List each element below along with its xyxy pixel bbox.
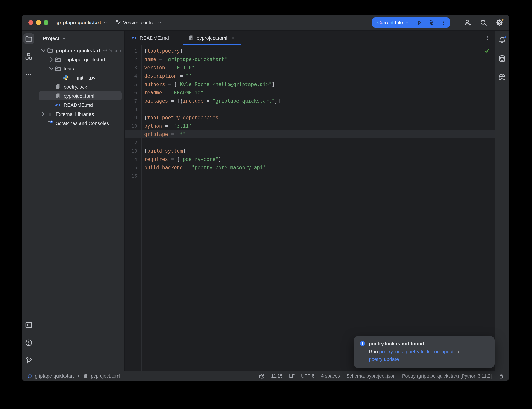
code-line-5[interactable]: 5authors = ["Kyle Roche <hello@griptape.… <box>125 80 495 88</box>
add-user-button[interactable] <box>464 19 471 26</box>
window-controls <box>28 20 48 25</box>
run-widget[interactable]: Current File <box>372 18 450 28</box>
terminal-tool-button[interactable] <box>23 320 34 330</box>
code-line-1[interactable]: 1[tool.poetry] <box>125 46 495 55</box>
chevron-right-icon <box>48 55 55 64</box>
line-number: 14 <box>125 156 137 162</box>
settings-button[interactable] <box>496 19 503 26</box>
editor-column: MREADME.md[T]pyproject.toml 1[tool.poetr… <box>125 31 495 371</box>
line-number: 10 <box>125 123 137 129</box>
tree-item-griptape-quickstart[interactable]: griptape_quickstart <box>39 55 121 64</box>
tree-item-tests[interactable]: tests <box>39 64 121 73</box>
file-encoding[interactable]: UTF-8 <box>301 373 314 379</box>
notification-action-link[interactable]: poetry lock --no-update <box>406 349 456 354</box>
markdown-icon: M <box>55 102 61 108</box>
code-line-3[interactable]: 3version = "0.1.0" <box>125 63 495 72</box>
svg-text:[T]: [T] <box>57 86 61 89</box>
project-panel-title: Project <box>43 35 59 41</box>
copilot-icon <box>259 373 265 379</box>
line-separator[interactable]: LF <box>289 373 294 379</box>
version-control-tool-button[interactable] <box>23 355 34 366</box>
code-line-16[interactable]: 16 <box>125 172 495 180</box>
structure-tool-button[interactable] <box>23 51 34 62</box>
svg-text:[T]: [T] <box>57 95 61 98</box>
tree-item-griptape-quickstart[interactable]: griptape-quickstart~/Docume <box>39 46 121 55</box>
search-everywhere-button[interactable] <box>480 19 487 26</box>
code-line-14[interactable]: 14requires = ["poetry-core"] <box>125 155 495 163</box>
line-number: 9 <box>125 115 137 120</box>
left-activity-bar <box>22 31 36 371</box>
database-tool-button[interactable] <box>497 53 507 64</box>
breadcrumb-project[interactable]: griptape-quickstart <box>35 373 74 379</box>
vcs-label: Version control <box>123 20 156 25</box>
code-line-13[interactable]: 13[build-system] <box>125 147 495 155</box>
vcs-widget[interactable]: Version control <box>113 18 164 27</box>
zoom-window-button[interactable] <box>44 20 48 25</box>
minimize-window-button[interactable] <box>36 20 41 25</box>
notification-popup: poetry.lock is not found Run poetry lock… <box>354 336 495 368</box>
project-tool-button[interactable] <box>23 33 34 44</box>
scratches-icon <box>47 120 53 126</box>
tree-item-readme-md[interactable]: MREADME.md <box>39 100 121 110</box>
tree-item-scratches-and-consoles[interactable]: Scratches and Consoles <box>39 119 121 128</box>
ai-assistant-tool-button[interactable] <box>497 72 507 83</box>
problems-tool-button[interactable] <box>23 337 34 348</box>
code-line-15[interactable]: 15build-backend = "poetry.core.masonry.a… <box>125 163 495 172</box>
svg-text:M: M <box>55 103 58 107</box>
problems-icon <box>25 339 33 346</box>
tree-item-init-py[interactable]: __init__.py <box>39 73 121 82</box>
desktop-background: griptape-quickstart Version control Curr… <box>0 0 532 409</box>
code-line-7[interactable]: 7packages = [{include = "griptape_quicks… <box>125 97 495 105</box>
notification-action-link[interactable]: poetry update <box>369 356 399 362</box>
code-line-10[interactable]: 10python = "^3.11" <box>125 121 495 130</box>
notification-action-link[interactable]: poetry lock <box>379 349 403 354</box>
chevron-right-icon <box>76 374 80 378</box>
tree-item-pyproject-toml[interactable]: [T]pyproject.toml <box>39 91 121 100</box>
breadcrumb[interactable]: griptape-quickstart [T] pyproject.toml <box>27 373 120 379</box>
json-schema[interactable]: Schema: pyproject.json <box>346 373 395 379</box>
code-line-4[interactable]: 4description = "" <box>125 72 495 80</box>
project-panel: Project griptape-quickstart~/Documegript… <box>36 31 125 371</box>
project-panel-header[interactable]: Project <box>36 31 124 46</box>
write-access-toggle[interactable] <box>498 373 504 379</box>
chevron-down-icon <box>103 20 108 25</box>
tree-item-poetry-lock[interactable]: [T]poetry.lock <box>39 82 121 91</box>
tab-pyproject-toml[interactable]: [T]pyproject.toml <box>183 31 241 45</box>
line-number: 6 <box>125 90 137 95</box>
terminal-icon <box>25 321 33 329</box>
line-number: 16 <box>125 173 137 178</box>
user-plus-icon <box>464 19 471 26</box>
code-line-11[interactable]: 11griptape = "*" <box>125 130 495 138</box>
line-number: 11 <box>125 131 137 137</box>
titlebar: griptape-quickstart Version control Curr… <box>22 15 509 31</box>
code-line-12[interactable]: 12 <box>125 138 495 147</box>
more-tool-windows-button[interactable] <box>23 69 34 80</box>
breadcrumb-file[interactable]: pyproject.toml <box>91 373 120 379</box>
project-widget[interactable]: griptape-quickstart <box>54 18 110 27</box>
run-button[interactable] <box>416 19 423 26</box>
info-icon <box>359 340 365 346</box>
tree-item-external-libraries[interactable]: External Libraries <box>39 110 121 119</box>
search-icon <box>480 19 487 26</box>
tab-options-button[interactable] <box>485 35 491 41</box>
line-number: 4 <box>125 73 137 79</box>
code-line-9[interactable]: 9[tool.poetry.dependencies] <box>125 113 495 121</box>
run-widget-divider <box>413 18 413 28</box>
inspections-ok-icon[interactable] <box>484 48 490 54</box>
debug-button[interactable] <box>428 19 435 26</box>
code-line-2[interactable]: 2name = "griptape-quickstart" <box>125 55 495 63</box>
indent-style[interactable]: 4 spaces <box>321 373 340 379</box>
run-more-button[interactable] <box>440 19 446 26</box>
toml-icon: [T] <box>55 84 61 90</box>
code-line-6[interactable]: 6readme = "README.md" <box>125 88 495 97</box>
tab-readme-md[interactable]: MREADME.md <box>126 31 174 45</box>
svg-text:[T]: [T] <box>190 37 194 40</box>
notifications-button[interactable] <box>497 35 507 46</box>
python-interpreter[interactable]: Poetry (griptape-quickstart) [Python 3.1… <box>402 373 492 379</box>
copilot-status[interactable] <box>259 373 265 379</box>
caret-position[interactable]: 11:15 <box>271 373 283 379</box>
close-window-button[interactable] <box>28 20 33 25</box>
code-editor[interactable]: 1[tool.poetry]2name = "griptape-quicksta… <box>125 46 495 371</box>
code-line-8[interactable]: 8 <box>125 105 495 113</box>
ide-window: griptape-quickstart Version control Curr… <box>22 15 509 381</box>
